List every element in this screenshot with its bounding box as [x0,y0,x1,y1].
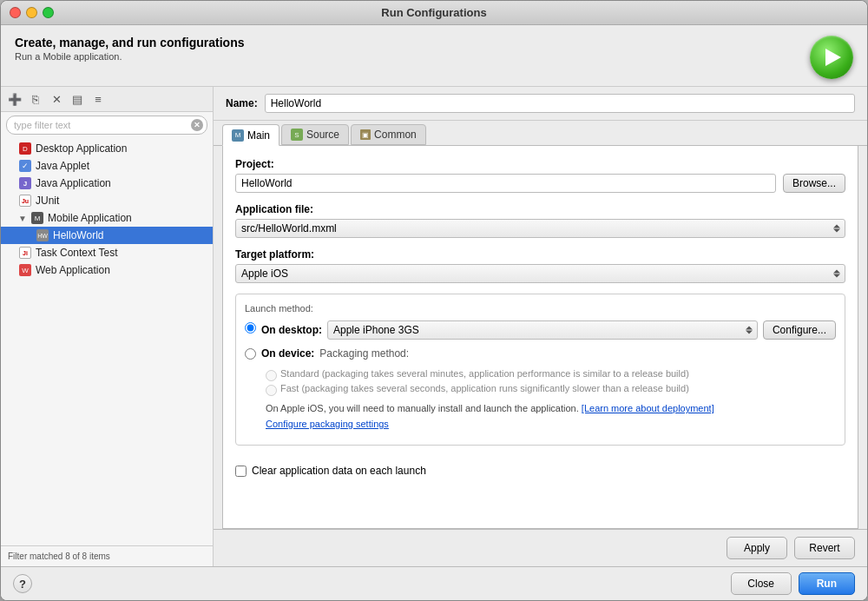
run-button[interactable]: Run [799,572,855,595]
footer-buttons: Close Run [731,572,855,595]
app-file-label: Application file: [235,203,845,215]
sidebar-item-java-app[interactable]: J Java Application [1,175,213,192]
form-area: Project: Browse... Application file: src… [222,146,858,529]
on-device-radio[interactable] [245,348,256,360]
helloworld-icon: HW [36,228,49,242]
configure-button[interactable]: Configure... [763,320,836,340]
main-tab-icon: M [232,129,244,142]
filter-status: Filter matched 8 of 8 items [8,551,110,561]
on-desktop-inline: On desktop: Apple iPhone 3GS Apple iPad … [261,320,836,340]
close-control-btn[interactable] [10,7,21,18]
fast-option-row: Fast (packaging takes several seconds, a… [266,383,714,396]
standard-option-row: Standard (packaging takes several minute… [266,368,714,381]
java-applet-icon: ✓ [18,159,32,173]
browse-button[interactable]: Browse... [783,174,845,193]
sidebar-label-helloworld: HelloWorld [53,229,103,241]
standard-pkg-radio[interactable] [266,370,277,381]
on-desktop-label: On desktop: [261,324,322,336]
title-bar: Run Configurations [1,1,867,25]
clear-checkbox-label: Clear application data on each launch [252,465,426,477]
footer-bar: ? Close Run [1,566,867,600]
java-app-icon: J [18,176,32,190]
fast-option-label: Fast (packaging takes several seconds, a… [280,383,689,393]
on-device-label: On device: [261,347,314,360]
filter-clear-button[interactable]: ✕ [191,119,203,131]
project-input-row: Browse... [235,174,845,193]
revert-button[interactable]: Revert [794,537,855,559]
project-input[interactable] [235,174,776,193]
mobile-app-icon: M [30,211,44,225]
bottom-panel: Apply Revert [214,529,867,566]
sidebar-label-java-app: Java Application [36,177,111,189]
junit-icon: Ju [18,194,32,208]
minimize-control-btn[interactable] [26,7,37,18]
header-area: Create, manage, and run configurations R… [1,25,867,87]
right-panel: Name: M Main S Source ▣ Common [214,87,867,566]
tab-main-label: Main [247,129,270,142]
sidebar-item-helloworld[interactable]: HW HelloWorld [1,227,213,244]
sidebar-item-mobile-app[interactable]: ▼ M Mobile Application [1,209,213,227]
target-platform-select-wrapper: Apple iOS Google Android BlackBerry Tabl… [235,264,845,283]
sidebar-tree: D Desktop Application ✓ Java Applet J Ja… [1,138,213,545]
launch-method-title: Launch method: [245,303,836,314]
sidebar-item-junit[interactable]: Ju JUnit [1,192,213,209]
tab-common[interactable]: ▣ Common [351,124,426,145]
sidebar-label-java-applet: Java Applet [36,160,89,172]
standard-option-label: Standard (packaging takes several minute… [280,368,689,379]
ios-info-text: On Apple iOS, you will need to manually … [266,403,714,413]
source-tab-icon: S [291,129,303,141]
on-device-header: On device: Packaging method: [245,347,409,360]
filter-box: ✕ [6,116,207,135]
target-platform-label: Target platform: [235,248,845,261]
sidebar-item-desktop-app[interactable]: D Desktop Application [1,140,213,157]
app-file-group: Application file: src/HelloWorld.mxml [235,203,845,238]
tab-main[interactable]: M Main [222,124,279,146]
header-subtext: Run a Mobile application. [15,51,245,62]
desktop-device-select[interactable]: Apple iPhone 3GS Apple iPad Apple iPhone… [327,320,758,340]
clear-checkbox[interactable] [235,466,247,477]
configure-pkg-link[interactable]: Configure packaging settings [266,419,714,429]
web-app-icon: W [18,263,32,277]
target-platform-group: Target platform: Apple iOS Google Androi… [235,248,845,283]
name-label: Name: [226,97,258,109]
sidebar-label-desktop-app: Desktop Application [36,142,127,155]
task-context-icon: Ji [18,246,32,260]
sidebar-label-junit: JUnit [36,195,59,207]
collapse-icon[interactable]: ≡ [89,90,107,108]
on-desktop-radio[interactable] [245,322,256,334]
sidebar: ➕ ⎘ ✕ ▤ ≡ ✕ D Desktop Application [1,87,214,566]
fast-pkg-radio[interactable] [266,385,277,396]
target-platform-select[interactable]: Apple iOS Google Android BlackBerry Tabl… [235,264,845,283]
close-button[interactable]: Close [731,572,792,595]
run-configurations-window: Run Configurations Create, manage, and r… [0,0,868,601]
learn-more-link[interactable]: [Learn more about deployment] [582,403,714,413]
sidebar-label-task-context: Task Context Test [36,247,118,259]
filter-icon[interactable]: ▤ [69,90,86,108]
sidebar-item-task-context[interactable]: Ji Task Context Test [1,244,213,261]
sidebar-item-web-app[interactable]: W Web Application [1,261,213,279]
on-desktop-row: On desktop: Apple iPhone 3GS Apple iPad … [245,320,836,340]
project-label: Project: [235,158,845,170]
tab-source[interactable]: S Source [281,124,349,145]
project-group: Project: Browse... [235,158,845,193]
packaging-label: Packaging method: [319,347,409,360]
app-file-select[interactable]: src/HelloWorld.mxml [235,219,845,238]
tabs-bar: M Main S Source ▣ Common [214,121,867,146]
duplicate-icon[interactable]: ⎘ [27,90,44,108]
filter-input[interactable] [6,116,207,135]
run-icon-button[interactable] [810,36,853,79]
on-device-row: On device: Packaging method: Standard (p… [245,347,836,429]
new-config-icon[interactable]: ➕ [6,90,23,108]
sidebar-item-java-applet[interactable]: ✓ Java Applet [1,157,213,175]
delete-icon[interactable]: ✕ [48,90,65,108]
window-title: Run Configurations [381,6,486,19]
name-input[interactable] [265,94,855,113]
main-content: ➕ ⎘ ✕ ▤ ≡ ✕ D Desktop Application [1,87,867,566]
sidebar-toolbar: ➕ ⎘ ✕ ▤ ≡ [1,87,213,112]
help-button[interactable]: ? [13,574,32,593]
sidebar-label-web-app: Web Application [36,264,110,276]
maximize-control-btn[interactable] [43,7,54,18]
desktop-select-wrapper: Apple iPhone 3GS Apple iPad Apple iPhone… [327,320,758,340]
launch-method-box: Launch method: On desktop: Apple iPhone … [235,294,845,446]
apply-button[interactable]: Apply [727,537,787,559]
